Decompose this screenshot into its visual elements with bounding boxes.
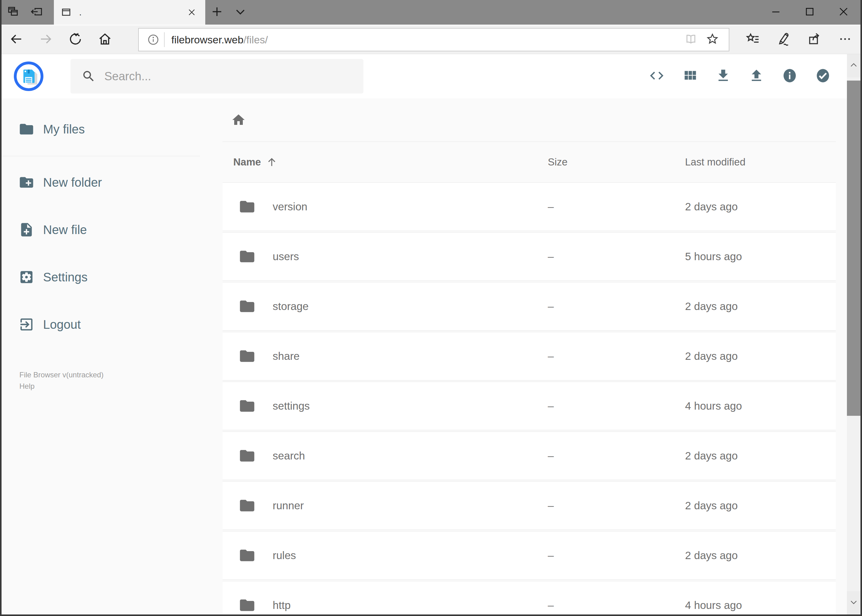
file-row[interactable]: runner – 2 days ago [222,481,836,530]
sidebar-item-label: My files [43,123,85,136]
browser-tab[interactable]: . [54,0,205,25]
breadcrumb-home-icon[interactable] [231,113,246,127]
hub-star-icon [745,32,760,48]
file-name: http [273,599,290,611]
sidebar-footer: File Browser v(untracked) Help [2,369,222,392]
app-logo[interactable] [14,61,43,91]
file-row[interactable]: search – 2 days ago [222,432,836,480]
folder-icon [238,248,256,265]
shell-command-button[interactable] [640,60,673,93]
web-notes-button[interactable] [768,32,799,48]
file-modified: 2 days ago [685,500,836,512]
file-size: – [548,449,685,462]
file-row[interactable]: storage – 2 days ago [222,282,836,331]
column-label: Size [548,156,567,168]
new-tab-button[interactable] [205,0,229,25]
file-row[interactable]: share – 2 days ago [222,332,836,380]
column-header-modified[interactable]: Last modified [685,156,836,168]
tab-list-dropdown-button[interactable] [229,0,252,25]
set-tabs-aside-button[interactable] [25,0,48,25]
file-row[interactable]: http – 4 hours ago [222,581,836,614]
titlebar: . [2,0,860,25]
scrollbar-thumb[interactable] [847,80,860,416]
info-icon [782,68,798,85]
site-info-icon[interactable] [147,33,160,46]
upload-button[interactable] [740,60,773,93]
search-input[interactable] [104,70,352,83]
file-modified: 5 hours ago [685,250,836,262]
column-header-size[interactable]: Size [548,156,685,168]
file-name: users [273,250,299,262]
file-row[interactable]: users – 5 hours ago [222,232,836,281]
select-multiple-button[interactable] [806,60,840,93]
folder-icon [19,121,35,137]
info-button[interactable] [773,60,806,93]
browser-window: . [0,0,862,616]
column-label: Last modified [685,156,745,168]
vertical-scrollbar[interactable] [847,54,860,614]
refresh-button[interactable] [61,25,90,54]
help-link[interactable]: Help [19,380,222,392]
download-button[interactable] [707,60,740,93]
file-modified: 2 days ago [685,350,836,362]
sidebar-divider [2,156,200,156]
reading-view-button[interactable] [680,29,702,50]
upload-icon [749,68,764,85]
home-button[interactable] [90,25,120,54]
file-row[interactable]: rules – 2 days ago [222,531,836,580]
more-options-button[interactable] [830,32,860,48]
sidebar-item-settings[interactable]: Settings [2,263,222,291]
url-path: /files/ [243,34,268,46]
sidebar-item-label: Settings [43,270,88,284]
star-icon [706,32,719,47]
search-bar[interactable] [71,59,364,93]
add-favorite-button[interactable] [702,29,723,50]
file-row[interactable]: version – 2 days ago [222,182,836,231]
settings-gear-icon [19,269,35,285]
folder-icon [238,597,256,614]
search-icon [82,69,96,83]
scroll-down-button[interactable] [847,591,860,614]
file-name: settings [273,400,310,412]
file-list: version – 2 days ago users – 5 hours ago… [222,182,836,614]
file-modified: 4 hours ago [685,599,836,611]
filebrowser-app: My files New folder New fi [2,54,847,614]
file-size: – [548,350,685,362]
share-button[interactable] [799,32,830,48]
listing-header: Name Size Last modified [222,142,836,182]
grid-view-button[interactable] [673,60,707,93]
column-header-name[interactable]: Name [222,156,548,168]
set-tabs-aside-icon [30,5,43,19]
chevron-up-icon [849,61,858,71]
file-size: – [548,201,685,213]
sidebar-item-logout[interactable]: Logout [2,311,222,338]
sidebar-item-new-file[interactable]: New file [2,216,222,244]
sidebar-item-new-folder[interactable]: New folder [2,168,222,196]
close-window-button[interactable] [827,0,860,25]
file-size: – [548,599,685,611]
scroll-up-button[interactable] [847,54,860,77]
forward-button[interactable] [31,25,61,54]
minimize-button[interactable] [759,0,793,25]
file-name: rules [273,549,296,561]
back-button[interactable] [2,25,31,54]
tab-close-icon[interactable] [185,6,199,19]
favorites-hub-button[interactable] [738,32,768,48]
maximize-button[interactable] [793,0,827,25]
chevron-down-icon [234,5,247,19]
file-size: – [548,400,685,412]
file-name: search [273,449,305,462]
chevron-down-icon [849,597,858,608]
sidebar-item-my-files[interactable]: My files [2,115,222,143]
file-row[interactable]: settings – 4 hours ago [222,382,836,430]
tab-preview-toggle-button[interactable] [2,0,25,25]
address-bar[interactable]: filebrowser.web/files/ [138,28,730,51]
logout-icon [19,316,35,332]
url-text[interactable]: filebrowser.web/files/ [172,34,680,46]
minimize-icon [770,6,782,19]
grid-view-icon [682,68,698,85]
sidebar-item-label: New file [43,223,87,237]
file-name: runner [273,500,304,512]
folder-icon [238,298,256,315]
share-icon [807,32,822,48]
